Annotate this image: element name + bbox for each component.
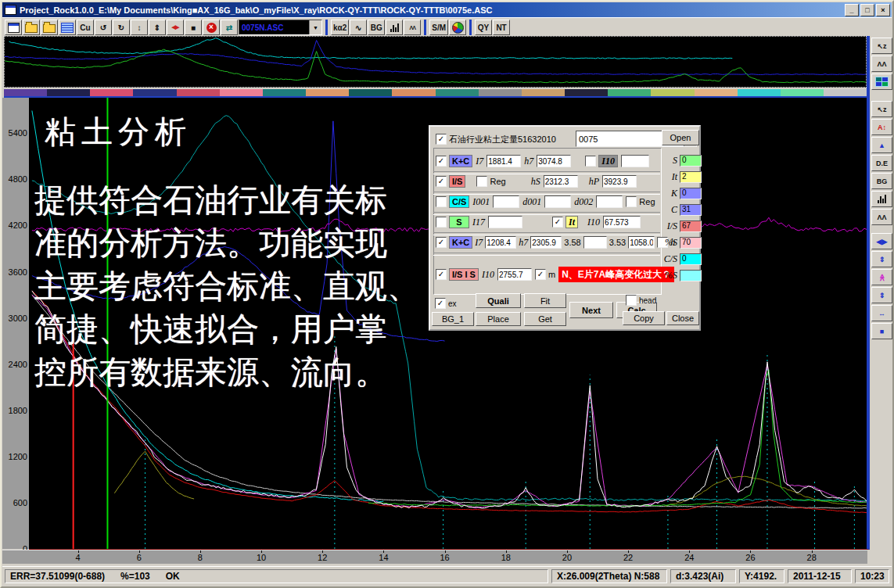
kc1-i7-field[interactable] bbox=[486, 155, 521, 167]
range-segment bbox=[695, 89, 738, 96]
ka2-strip-button[interactable]: kα2 bbox=[331, 20, 349, 35]
it-checkbox[interactable]: ✓ It bbox=[552, 216, 578, 228]
result-pct-s: 70 bbox=[680, 237, 702, 249]
pie-icon[interactable] bbox=[449, 20, 466, 35]
y-tick-label: 5400 bbox=[3, 128, 27, 138]
is-checkbox[interactable]: ✓ I/S bbox=[436, 175, 465, 188]
close-button-dialog[interactable]: Close bbox=[666, 311, 699, 325]
cancel-icon[interactable]: × bbox=[203, 20, 220, 35]
right-toolbar: ↖zΛΛ↖zA↕▲D.EBGΛΛ◀▶⇕≪⇕↔■ bbox=[870, 36, 894, 563]
open-file-icon[interactable] bbox=[23, 20, 40, 35]
file-combo[interactable]: 0075N.ASC▼ bbox=[239, 20, 322, 35]
range-segment bbox=[306, 89, 349, 96]
open-folder-icon[interactable] bbox=[41, 20, 58, 35]
v-split-icon[interactable]: ⇕ bbox=[871, 287, 892, 303]
combo-dropdown-icon[interactable]: ▼ bbox=[309, 20, 321, 34]
s-i10-field[interactable] bbox=[603, 216, 641, 228]
fit-button[interactable]: Fit bbox=[524, 293, 566, 308]
preview-peaks-icon-label: ΛΛ bbox=[877, 60, 886, 68]
expand-horizontal-icon[interactable]: ◀▶ bbox=[167, 20, 184, 35]
refresh-icon[interactable]: ⇄ bbox=[221, 20, 238, 35]
is-hs-field[interactable] bbox=[544, 175, 578, 188]
expand-horizontal-icon-label: ◀▶ bbox=[172, 24, 179, 30]
is-reg-checkbox[interactable]: Reg bbox=[476, 176, 505, 187]
expand-vertical-icon[interactable]: ↕ bbox=[131, 20, 148, 35]
get-button[interactable]: Get bbox=[524, 312, 566, 326]
v-expand-icon[interactable]: ⇕ bbox=[871, 251, 892, 267]
window-icon[interactable] bbox=[5, 20, 22, 35]
s-checkbox[interactable]: S bbox=[436, 216, 469, 228]
kc1-i10-field[interactable] bbox=[621, 155, 649, 167]
y-axis: 540048004200360030002400180012006000 bbox=[2, 98, 30, 549]
x-tick-label: 18 bbox=[501, 553, 511, 562]
overlay-line: 主要考虑符合标准、直观、 bbox=[34, 265, 419, 308]
m-checkbox[interactable]: ✓ m bbox=[535, 269, 555, 280]
open-button[interactable]: Open bbox=[662, 130, 699, 145]
head-checkbox[interactable]: head bbox=[626, 295, 656, 306]
preview-peaks-icon[interactable]: ΛΛ bbox=[871, 56, 892, 72]
close-button[interactable]: × bbox=[876, 4, 890, 16]
standard-label: 石油行业粘土定量51632010 bbox=[449, 134, 556, 145]
kc1-h7-field[interactable] bbox=[537, 155, 571, 167]
app-icon bbox=[5, 5, 16, 15]
anode-cu-button-label: Cu bbox=[80, 23, 90, 32]
bg-subtract-button[interactable]: BG bbox=[368, 20, 385, 35]
pointer-zoom-icon[interactable]: ↖z bbox=[871, 101, 892, 117]
overlay-paragraph: 提供符合石油行业有关标 准的分析方法。功能实现 主要考虑符合标准、直观、 简捷、… bbox=[34, 179, 419, 394]
s-i17-field[interactable] bbox=[488, 216, 522, 228]
isis-checkbox[interactable]: ✓ I/S I S bbox=[436, 268, 479, 281]
qy-button[interactable]: QY bbox=[475, 20, 492, 35]
filled-peaks-icon[interactable]: ▲ bbox=[871, 137, 892, 153]
kc1-i10-checkbox[interactable]: I10 bbox=[585, 155, 618, 167]
kc2-checkbox[interactable]: ✓ K+C bbox=[436, 236, 472, 249]
de-edit-button[interactable]: D.E bbox=[871, 155, 892, 171]
h-expand-icon[interactable]: ◀▶ bbox=[871, 233, 892, 249]
histogram-icon[interactable] bbox=[871, 191, 892, 207]
kc2-i7-field[interactable] bbox=[485, 236, 516, 249]
status-error-panel: ERR=37.51099(0-688) %=103 OK bbox=[5, 569, 548, 583]
quali-button[interactable]: Quali bbox=[476, 293, 521, 308]
err-value: ERR=37.51099(0-688) bbox=[10, 571, 105, 582]
preview-pointer-zoom-icon[interactable]: ↖z bbox=[871, 38, 892, 54]
stop-square-icon[interactable]: ■ bbox=[871, 323, 892, 339]
stop-icon[interactable]: ■ bbox=[185, 20, 202, 35]
peaks-icon[interactable]: ΛΛ bbox=[404, 20, 421, 35]
v-expand-icon-label: ⇕ bbox=[879, 256, 885, 264]
auto-scale-icon[interactable]: A↕ bbox=[871, 119, 892, 135]
standard-checkbox[interactable]: ✓ 石油行业粘土定量51632010 bbox=[436, 134, 556, 145]
anode-cu-button[interactable]: Cu bbox=[77, 20, 94, 35]
cs-d002-field[interactable] bbox=[596, 195, 623, 208]
bg-edit-button[interactable]: BG bbox=[871, 173, 892, 189]
peaks-icon[interactable]: ΛΛ bbox=[871, 209, 892, 225]
kc2-358-field[interactable] bbox=[583, 236, 607, 249]
rotate-right-icon[interactable]: ↻ bbox=[113, 20, 130, 35]
h-split-icon[interactable]: ↔ bbox=[871, 305, 892, 321]
sm-button[interactable]: S/M bbox=[429, 20, 448, 35]
smooth-icon[interactable]: ∿ bbox=[350, 20, 367, 35]
bg1-button[interactable]: BG_1 bbox=[432, 312, 474, 326]
preview-chart[interactable] bbox=[4, 36, 867, 88]
place-button[interactable]: Place bbox=[476, 312, 521, 326]
kc2-h7-field[interactable] bbox=[530, 236, 562, 249]
table-icon[interactable] bbox=[59, 20, 76, 35]
compress-vertical-icon[interactable]: ⇕ bbox=[149, 20, 166, 35]
rotate-left-icon[interactable]: ↺ bbox=[95, 20, 112, 35]
preview-grid-icon[interactable] bbox=[871, 74, 892, 90]
kc1-checkbox[interactable]: ✓ K+C bbox=[436, 155, 472, 167]
is-hp-field[interactable] bbox=[602, 175, 637, 188]
isis-i10-field[interactable] bbox=[497, 268, 532, 281]
range-color-strip[interactable] bbox=[4, 89, 867, 98]
histogram-icon[interactable] bbox=[386, 20, 403, 35]
copy-button[interactable]: Copy bbox=[623, 311, 665, 325]
cs-d001-field[interactable] bbox=[544, 195, 571, 208]
minimize-button[interactable]: _ bbox=[845, 4, 859, 16]
nt-button[interactable]: NT bbox=[493, 20, 510, 35]
next-button[interactable]: Next bbox=[569, 302, 613, 318]
kc2-353-field[interactable] bbox=[628, 236, 655, 249]
cs-i001-field[interactable] bbox=[493, 195, 519, 208]
cs-reg-checkbox[interactable]: Reg bbox=[626, 196, 655, 207]
maximize-button[interactable]: □ bbox=[860, 4, 874, 16]
cs-checkbox[interactable]: C/S bbox=[436, 195, 469, 208]
ex-checkbox[interactable]: ✓ ex bbox=[435, 298, 457, 309]
chevrons-up-icon[interactable]: ≪ bbox=[871, 269, 892, 285]
